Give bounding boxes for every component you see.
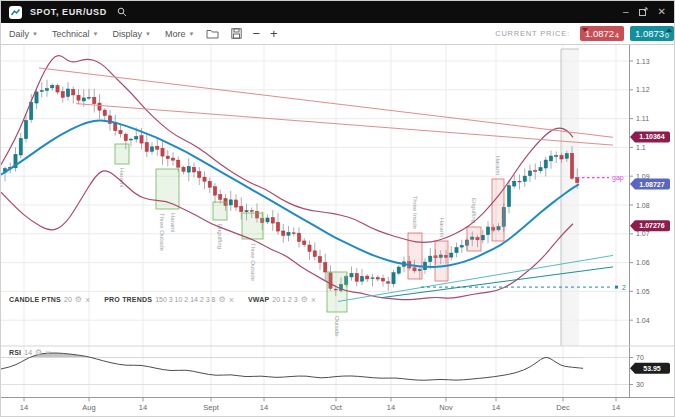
indicator-params: 20 xyxy=(64,296,72,303)
candle-body xyxy=(539,168,542,171)
candle-body xyxy=(292,233,295,234)
minimize-button[interactable]: – xyxy=(623,7,629,17)
candle-body xyxy=(45,89,48,91)
candle-body xyxy=(135,137,138,140)
candle-body xyxy=(56,86,59,92)
candle-body xyxy=(103,110,106,115)
rsi-band-label: 70 xyxy=(636,354,644,361)
popout-icon[interactable] xyxy=(639,7,648,18)
pattern-box xyxy=(435,241,448,281)
pattern-label: Harami xyxy=(495,156,501,175)
candle-body xyxy=(366,276,369,279)
candle-body xyxy=(19,138,22,155)
candle-body xyxy=(481,235,484,240)
candle-body xyxy=(72,89,75,95)
close-icon[interactable]: × xyxy=(45,349,50,357)
save-icon[interactable] xyxy=(231,28,242,39)
candle-body xyxy=(313,251,316,257)
close-icon[interactable]: × xyxy=(229,296,234,304)
close-icon[interactable]: × xyxy=(85,296,90,304)
candle-body xyxy=(156,146,159,149)
pattern-box xyxy=(115,144,129,164)
candle-body xyxy=(392,273,395,284)
candle-body xyxy=(203,177,206,181)
candle-body xyxy=(276,222,279,231)
candle-body xyxy=(518,181,521,182)
rsi-legend-row: RSI14⚙× xyxy=(9,348,51,357)
candle-body xyxy=(129,139,132,140)
candle-body xyxy=(51,85,54,88)
candle-body xyxy=(192,167,195,172)
ask-price-badge: 1.08730 xyxy=(630,26,674,41)
search-icon[interactable] xyxy=(117,7,127,17)
indicator-legend-item: VWAP20 1 2 3⚙× xyxy=(248,295,316,304)
more-menu[interactable]: More▼ xyxy=(165,29,194,39)
candle-body xyxy=(98,103,101,110)
candle-body xyxy=(376,278,379,279)
gear-icon[interactable]: ⚙ xyxy=(218,295,225,304)
trend-line-red xyxy=(39,68,613,137)
y-axis-tick-label: 1.04 xyxy=(636,317,650,324)
indicator-legend-item: RSI14⚙× xyxy=(9,348,51,357)
candle-body xyxy=(245,211,248,212)
pattern-box xyxy=(408,233,422,279)
current-price-label: CURRENT PRICE: xyxy=(495,29,570,38)
price-tag: 1.07276 xyxy=(630,220,670,231)
candle-body xyxy=(87,97,90,98)
x-axis-tick-label: 14 xyxy=(492,403,500,412)
gear-icon[interactable]: ⚙ xyxy=(301,295,308,304)
pattern-label: Harami xyxy=(119,168,125,187)
symbol-title: SPOT, EUR/USD xyxy=(30,7,107,17)
timeframe-menu[interactable]: Daily▼ xyxy=(9,29,38,39)
candle-body xyxy=(297,233,300,241)
candle-body xyxy=(40,91,43,92)
candle-body xyxy=(145,143,148,152)
candle-body xyxy=(544,160,547,168)
indicator-params: 14 xyxy=(24,349,32,356)
x-axis-tick-label: 14 xyxy=(20,403,28,412)
gear-icon[interactable]: ⚙ xyxy=(35,348,42,357)
candle-body xyxy=(523,176,526,181)
candle-body xyxy=(182,167,185,171)
display-menu[interactable]: Display▼ xyxy=(112,29,150,39)
indicator-legend-item: PRO TRENDS150 3 10 2 14 2 3 8⚙× xyxy=(104,295,234,304)
gap-label: gap xyxy=(612,174,624,182)
toolbar: Daily▼ Technical▼ Display▼ More▼ − + CUR… xyxy=(1,23,675,45)
candle-body xyxy=(549,156,552,161)
close-icon[interactable]: × xyxy=(311,296,316,304)
pattern-label: Three Inside xyxy=(412,196,418,230)
x-axis-tick-label: Dec xyxy=(556,403,570,412)
pattern-box xyxy=(213,202,227,220)
x-axis-tick-label: 14 xyxy=(387,403,395,412)
candle-body xyxy=(371,278,374,279)
indicator-name: RSI xyxy=(9,349,21,356)
y-axis-tick-label: 1.1 xyxy=(636,144,646,151)
candle-body xyxy=(61,92,64,98)
title-bar: SPOT, EUR/USD – ✕ xyxy=(1,1,675,23)
x-axis-tick-label: 14 xyxy=(612,403,620,412)
svg-text:1.10364: 1.10364 xyxy=(639,133,664,140)
pattern-label: Outside xyxy=(334,316,340,337)
candle-body xyxy=(150,147,153,151)
close-button[interactable]: ✕ xyxy=(658,7,666,17)
rsi-value-tag: 53.95 xyxy=(630,363,670,374)
candle-body xyxy=(124,134,127,140)
gear-icon[interactable]: ⚙ xyxy=(75,295,82,304)
svg-text:53.95: 53.95 xyxy=(643,365,661,372)
trading-app-window: SPOT, EUR/USD – ✕ Daily▼ Technical▼ Disp… xyxy=(0,0,675,417)
y-axis-tick-label: 1.05 xyxy=(636,288,650,295)
open-folder-icon[interactable] xyxy=(206,28,219,39)
zoom-in-button[interactable]: + xyxy=(270,28,278,40)
candle-body xyxy=(355,273,358,281)
indicator-name: PRO TRENDS xyxy=(104,296,152,303)
candle-body xyxy=(324,263,327,272)
candle-body xyxy=(565,154,568,159)
technical-menu[interactable]: Technical▼ xyxy=(52,29,98,39)
candle-body xyxy=(119,130,122,133)
zoom-out-button[interactable]: − xyxy=(252,28,260,40)
candle-body xyxy=(513,181,516,186)
x-axis-tick-label: Oct xyxy=(330,403,343,412)
candle-body xyxy=(570,153,573,178)
main-chart-canvas[interactable]: HaramiThree OutsideHaramiEngulfingThree … xyxy=(1,45,675,417)
candle-body xyxy=(187,167,190,173)
